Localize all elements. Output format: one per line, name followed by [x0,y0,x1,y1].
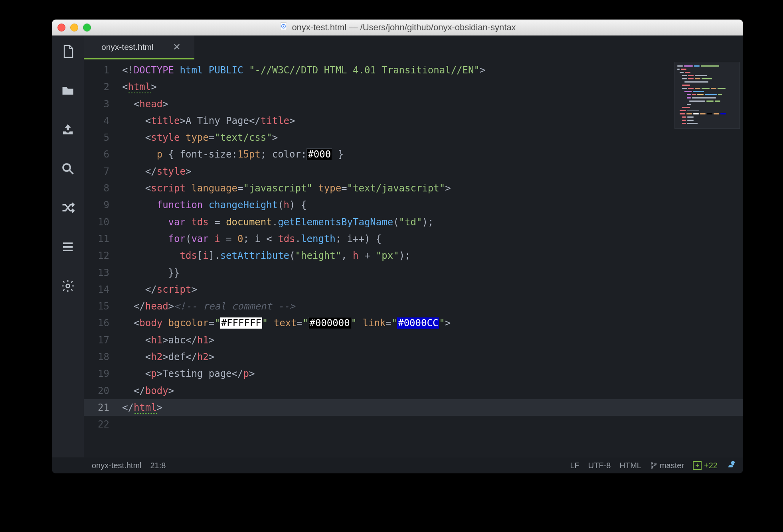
status-bar: onyx-test.html 21:8 LF UTF-8 HTML master… [52,457,743,473]
line-gutter: 12345678910111213141516171819202122 [84,59,113,457]
inbox-icon[interactable] [61,122,75,137]
tab-label: onyx-test.html [101,42,154,52]
close-tab-icon[interactable]: ✕ [173,41,181,53]
svg-point-6 [651,467,653,468]
git-branch-icon [650,462,657,469]
folder-icon[interactable] [61,83,75,98]
git-changes[interactable]: + +22 [693,461,718,470]
tab-bar: onyx-test.html ✕ [84,35,743,59]
titlebar: onyx-test.html — /Users/john/github/onyx… [52,20,743,36]
code-editor[interactable]: 12345678910111213141516171819202122 <!DO… [84,59,743,457]
status-file[interactable]: onyx-test.html [92,461,141,470]
window-title-text: onyx-test.html — /Users/john/github/onyx… [292,22,516,33]
menu-icon[interactable] [61,240,75,254]
status-cursor-pos[interactable]: 21:8 [150,461,166,470]
chrome-file-icon [279,22,288,33]
window-controls [57,24,91,32]
svg-point-3 [63,164,70,171]
minimize-window-icon[interactable] [70,24,78,32]
window-title: onyx-test.html — /Users/john/github/onyx… [279,22,516,33]
code-content[interactable]: <!DOCTYPE html PUBLIC "-//W3C//DTD HTML … [113,59,743,457]
file-icon[interactable] [61,44,75,59]
body-area: onyx-test.html ✕ 12345678910111213141516… [52,35,743,457]
squirrel-icon[interactable] [726,459,736,471]
status-language[interactable]: HTML [619,461,641,470]
editor-column: onyx-test.html ✕ 12345678910111213141516… [84,35,743,457]
settings-icon[interactable] [61,279,75,293]
status-eol[interactable]: LF [570,461,579,470]
svg-point-4 [66,284,70,288]
close-window-icon[interactable] [57,24,65,32]
search-icon[interactable] [61,162,75,176]
maximize-window-icon[interactable] [83,24,91,32]
plus-icon: + [693,461,702,470]
svg-point-7 [655,463,656,465]
minimap[interactable] [674,62,740,129]
svg-point-2 [283,26,285,27]
git-branch[interactable]: master [650,461,684,470]
shuffle-icon[interactable] [61,201,75,215]
status-encoding[interactable]: UTF-8 [588,461,611,470]
sidebar [52,35,84,457]
tab-onyx-test[interactable]: onyx-test.html ✕ [84,35,194,59]
editor-window: onyx-test.html — /Users/john/github/onyx… [52,20,743,473]
svg-point-5 [651,463,653,464]
